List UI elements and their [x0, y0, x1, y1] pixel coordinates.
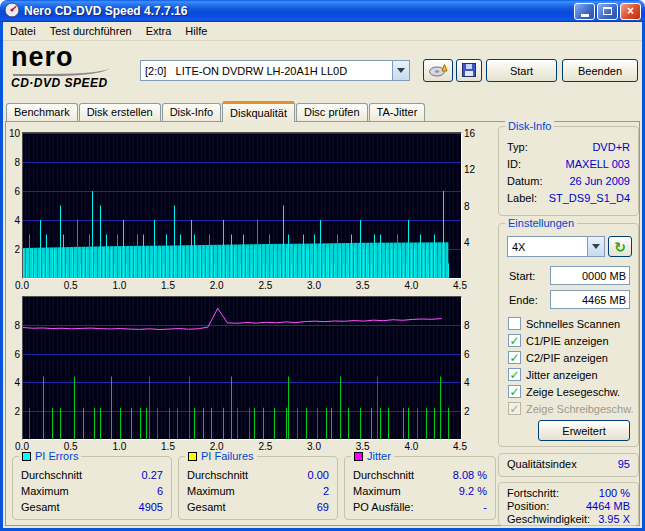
window-body: Datei Test durchführen Extra Hilfe nero … — [0, 22, 645, 531]
logo-swoosh-line — [13, 68, 109, 76]
disk-label-label: Label: — [507, 192, 537, 204]
pi-errors-yaxis-left: 108642 — [6, 132, 20, 277]
speed-value: 3.95 X — [598, 513, 630, 525]
checkbox-box: ✓ — [508, 334, 521, 347]
chevron-down-icon[interactable] — [392, 61, 409, 80]
pi-failures-stats-box: PI Failures Durchschnitt0.00 Maximum2 Ge… — [178, 456, 338, 520]
disk-datum-value: 26 Jun 2009 — [569, 175, 630, 187]
save-button[interactable] — [456, 59, 482, 82]
stat-label: PO Ausfälle: — [353, 501, 414, 513]
disk-info-title: Disk-Info — [508, 120, 551, 132]
jitter-stats-box: Jitter Durchschnitt8.08 % Maximum9.2 % P… — [344, 456, 496, 520]
eject-disc-button[interactable] — [423, 59, 453, 82]
settings-title: Einstellungen — [508, 217, 574, 229]
refresh-button[interactable]: ↻ — [608, 236, 632, 257]
quality-index-label: Qualitätsindex — [507, 458, 577, 470]
pi-failures-chart — [22, 296, 462, 440]
position-value: 4464 MB — [586, 500, 630, 512]
stat-value: 0.00 — [308, 469, 329, 481]
checkbox-zeige-schreibgeschw: ✓ Zeige Schreibgeschw. — [508, 401, 634, 416]
settings-group: Einstellungen 4X ↻ Start: Ende: ✓ Schnel… — [498, 223, 639, 447]
menu-extra[interactable]: Extra — [139, 23, 179, 39]
stat-value: 0.27 — [142, 469, 163, 481]
cddvdspeed-logo-text: CD·DVD SPEED — [11, 76, 141, 90]
menu-hilfe[interactable]: Hilfe — [178, 23, 214, 39]
checkbox-box: ✓ — [508, 385, 521, 398]
app-window: Nero CD-DVD Speed 4.7.7.16 × Datei Test … — [0, 0, 645, 531]
check-icon: ✓ — [509, 404, 519, 414]
stat-value: 2 — [323, 485, 329, 497]
tab-disk-info[interactable]: Disk-Info — [162, 103, 221, 121]
title-bar[interactable]: Nero CD-DVD Speed 4.7.7.16 × — [0, 0, 645, 22]
checkbox-box: ✓ — [508, 402, 521, 415]
stat-label: Durchschnitt — [21, 469, 82, 481]
stat-label: Durchschnitt — [353, 469, 414, 481]
menu-datei[interactable]: Datei — [3, 23, 43, 39]
speed-select-value: 4X — [508, 241, 587, 253]
drive-select-value: [2:0] LITE-ON DVDRW LH-20A1H LL0D — [141, 65, 392, 77]
jitter-legend-swatch — [354, 452, 363, 461]
nero-logo-text: nero — [11, 44, 141, 70]
stat-label: Gesamt — [187, 501, 226, 513]
stat-label: Maximum — [21, 485, 69, 497]
disk-typ-label: Typ: — [507, 141, 528, 153]
start-input[interactable] — [550, 266, 630, 285]
nero-logo: nero CD·DVD SPEED — [11, 44, 141, 96]
check-icon: ✓ — [509, 370, 519, 380]
pi-errors-yaxis-right: 161284 — [464, 132, 482, 277]
checkbox-zeige-lesegeschw[interactable]: ✓ Zeige Lesegeschw. — [508, 384, 634, 399]
jitter-stats-title: Jitter — [367, 450, 391, 462]
minimize-button[interactable] — [574, 3, 595, 20]
close-button[interactable]: × — [620, 3, 641, 20]
pi-errors-legend-swatch — [22, 452, 31, 461]
tab-page-diskqualitaet: 108642 161284 0.00.51.01.52.02.53.03.54.… — [5, 121, 640, 526]
stat-value: - — [483, 501, 487, 513]
quit-button[interactable]: Beenden — [562, 59, 638, 82]
progress-label: Fortschritt: — [507, 487, 559, 499]
check-icon: ✓ — [509, 387, 519, 397]
maximize-button[interactable] — [597, 3, 618, 20]
checkbox-c1-pie-anzeigen[interactable]: ✓ C1/PIE anzeigen — [508, 333, 634, 348]
pi-errors-xaxis: 0.00.51.01.52.02.53.03.54.04.5 — [22, 280, 460, 291]
disk-info-group: Disk-Info Typ:DVD+R ID:MAXELL 003 Datum:… — [498, 126, 639, 216]
checkbox-box: ✓ — [508, 368, 521, 381]
progress-value: 100 % — [599, 487, 630, 499]
ende-field-label: Ende: — [509, 294, 538, 306]
advanced-button[interactable]: Erweitert — [538, 420, 630, 441]
check-icon: ✓ — [509, 353, 519, 363]
checkbox-box: ✓ — [508, 317, 521, 330]
disk-typ-value: DVD+R — [592, 141, 630, 153]
disk-id-label: ID: — [507, 158, 521, 170]
pi-failures-legend-swatch — [188, 452, 197, 461]
tab-ta-jitter[interactable]: TA-Jitter — [369, 103, 426, 121]
stat-label: Maximum — [353, 485, 401, 497]
progress-group: Fortschritt:100 % Position:4464 MB Gesch… — [498, 482, 639, 526]
ende-input[interactable] — [550, 290, 630, 309]
pi-errors-chart — [22, 132, 462, 279]
app-icon — [4, 2, 20, 20]
disk-id-value: MAXELL 003 — [566, 158, 630, 170]
drive-select[interactable]: [2:0] LITE-ON DVDRW LH-20A1H LL0D — [140, 60, 410, 81]
quality-index-value: 95 — [618, 458, 630, 470]
menu-test-durchfuehren[interactable]: Test durchführen — [43, 23, 139, 39]
disk-label-value: ST_DS9_S1_D4 — [549, 192, 630, 204]
start-button[interactable]: Start — [486, 59, 557, 82]
speed-label: Geschwindigkeit: — [507, 513, 590, 525]
pi-errors-stats-box: PI Errors Durchschnitt0.27 Maximum6 Gesa… — [12, 456, 172, 520]
start-field-label: Start: — [509, 270, 535, 282]
checkbox-box: ✓ — [508, 351, 521, 364]
checkbox-jitter-anzeigen[interactable]: ✓ Jitter anzeigen — [508, 367, 634, 382]
checkbox-schnelles-scannen[interactable]: ✓ Schnelles Scannen — [508, 316, 634, 331]
eject-disc-icon — [429, 62, 448, 79]
tab-disk-erstellen[interactable]: Disk erstellen — [79, 103, 161, 121]
speed-select[interactable]: 4X — [507, 236, 605, 257]
tab-benchmark[interactable]: Benchmark — [6, 103, 78, 121]
tab-diskqualitaet[interactable]: Diskqualität — [222, 101, 295, 122]
chevron-down-icon[interactable] — [587, 237, 604, 256]
tab-strip: Benchmark Disk erstellen Disk-Info Diskq… — [6, 100, 640, 121]
tab-disc-pruefen[interactable]: Disc prüfen — [296, 103, 368, 121]
stat-label: Durchschnitt — [187, 469, 248, 481]
disk-datum-label: Datum: — [507, 175, 542, 187]
pi-failures-yaxis-left: 8642 — [6, 296, 20, 438]
checkbox-c2-pif-anzeigen[interactable]: ✓ C2/PIF anzeigen — [508, 350, 634, 365]
